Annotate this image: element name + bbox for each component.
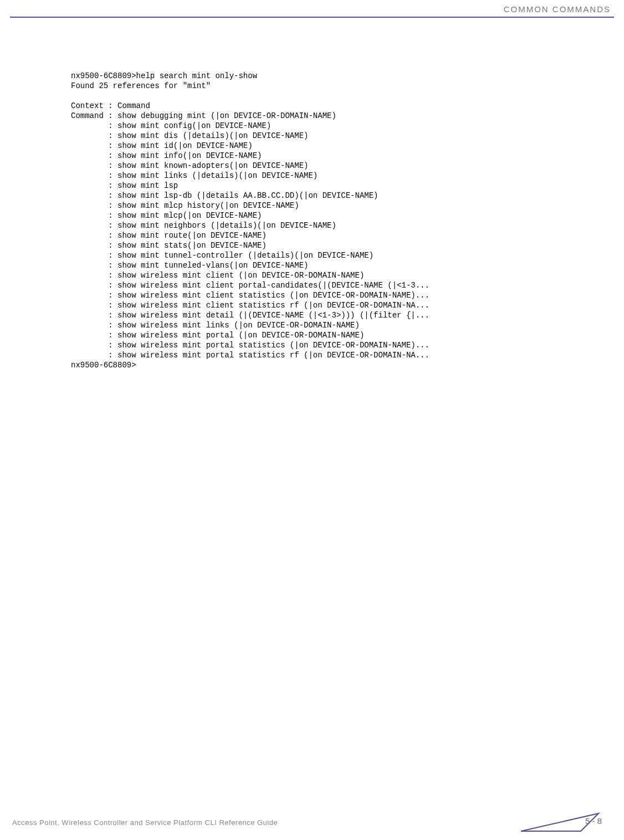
terminal-line: : show mint info(|on DEVICE-NAME): [71, 151, 262, 160]
terminal-line: : show mint id(|on DEVICE-NAME): [71, 141, 253, 150]
terminal-line: : show wireless mint portal (|on DEVICE-…: [71, 331, 364, 340]
terminal-line: : show wireless mint detail (|(DEVICE-NA…: [71, 311, 429, 320]
terminal-line: : show mint stats(|on DEVICE-NAME): [71, 241, 267, 250]
page-footer: Access Point, Wireless Controller and Se…: [0, 812, 624, 829]
terminal-line: : show mint lsp-db (|details AA.BB.CC.DD…: [71, 191, 379, 200]
terminal-line: : show mint links (|details)(|on DEVICE-…: [71, 171, 318, 180]
terminal-line: : show mint neighbors (|details)(|on DEV…: [71, 221, 336, 230]
terminal-line: : show wireless mint links (|on DEVICE-O…: [71, 321, 360, 330]
terminal-line: : show mint tunneled-vlans(|on DEVICE-NA…: [71, 261, 308, 270]
terminal-output: nx9500-6C8809>help search mint only-show…: [71, 61, 602, 370]
terminal-line: : show mint route(|on DEVICE-NAME): [71, 231, 267, 240]
terminal-line: : show wireless mint portal statistics (…: [71, 341, 429, 350]
terminal-line: : show wireless mint client statistics r…: [71, 301, 429, 310]
guide-title: Access Point, Wireless Controller and Se…: [12, 818, 278, 827]
terminal-line: Context : Command: [71, 101, 150, 110]
terminal-line: : show mint lsp: [71, 181, 178, 190]
terminal-line: Command : show debugging mint (|on DEVIC…: [71, 111, 336, 120]
section-title: COMMON COMMANDS: [504, 4, 611, 14]
terminal-line: nx9500-6C8809>: [71, 361, 136, 370]
terminal-line: : show wireless mint client statistics (…: [71, 291, 429, 300]
terminal-line: nx9500-6C8809>help search mint only-show: [71, 71, 257, 80]
terminal-line: : show mint config(|on DEVICE-NAME): [71, 121, 271, 130]
terminal-line: : show mint dis (|details)(|on DEVICE-NA…: [71, 131, 308, 140]
page-number: 5 - 8: [585, 816, 602, 826]
terminal-line: : show mint known-adopters(|on DEVICE-NA…: [71, 161, 308, 170]
page-header: COMMON COMMANDS: [0, 0, 624, 20]
terminal-line: : show wireless mint portal statistics r…: [71, 351, 429, 360]
terminal-line: : show wireless mint client portal-candi…: [71, 281, 429, 290]
terminal-line: : show mint mlcp history(|on DEVICE-NAME…: [71, 201, 299, 210]
header-rule: [10, 17, 614, 18]
terminal-line: : show mint mlcp(|on DEVICE-NAME): [71, 211, 262, 220]
terminal-line: : show mint tunnel-controller (|details)…: [71, 251, 374, 260]
terminal-line: : show wireless mint client (|on DEVICE-…: [71, 271, 364, 280]
terminal-line: Found 25 references for "mint": [71, 81, 211, 90]
